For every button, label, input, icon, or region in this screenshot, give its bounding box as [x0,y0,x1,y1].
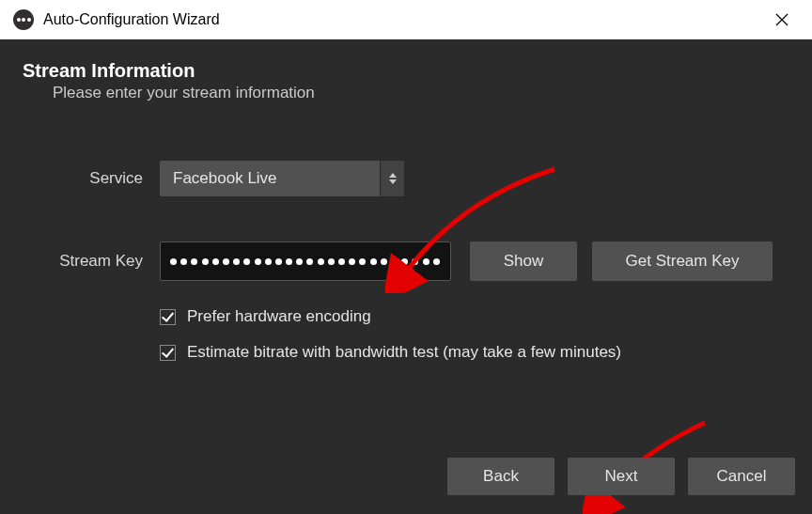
close-button[interactable] [763,6,801,34]
prefer-hw-checkbox-row[interactable]: Prefer hardware encoding [160,307,789,326]
titlebar: Auto-Configuration Wizard [0,0,812,39]
estimate-bitrate-checkbox[interactable] [160,345,176,361]
back-button[interactable]: Back [447,458,554,495]
next-button[interactable]: Next [568,458,675,495]
password-mask [170,258,440,265]
streamkey-input[interactable] [160,241,451,281]
prefer-hw-label: Prefer hardware encoding [187,307,371,326]
estimate-bitrate-label: Estimate bitrate with bandwidth test (ma… [187,343,621,362]
page-title: Stream Information [23,60,789,82]
page-subtitle: Please enter your stream information [53,84,789,102]
show-button[interactable]: Show [470,241,577,281]
obs-icon [13,9,34,30]
chevron-up-icon [389,173,397,178]
select-spinner[interactable] [380,161,404,196]
service-selected-value: Facebook Live [173,169,277,188]
close-icon [775,13,789,26]
prefer-hw-checkbox[interactable] [160,309,176,325]
chevron-down-icon [389,179,397,184]
service-label: Service [23,169,160,188]
wizard-footer: Back Next Cancel [447,458,795,495]
get-stream-key-button[interactable]: Get Stream Key [592,241,773,281]
streamkey-label: Stream Key [23,252,160,271]
cancel-button[interactable]: Cancel [688,458,795,495]
service-select[interactable]: Facebook Live [160,161,404,196]
window-title: Auto-Configuration Wizard [43,11,220,28]
estimate-bitrate-checkbox-row[interactable]: Estimate bitrate with bandwidth test (ma… [160,343,789,362]
wizard-content: Stream Information Please enter your str… [0,39,812,514]
